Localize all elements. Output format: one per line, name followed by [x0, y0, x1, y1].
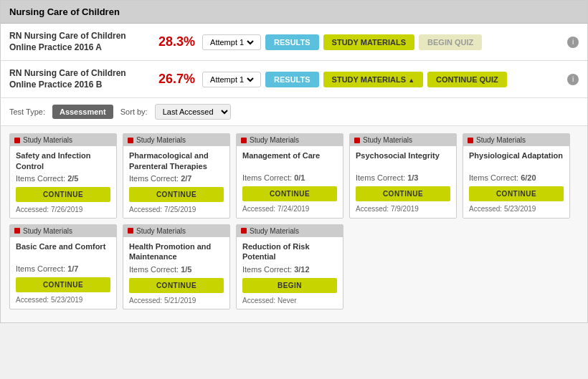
card-accessed: Accessed: 5/23/2019: [469, 205, 564, 213]
quiz-a-meta: 28.3% Attempt 1 RESULTS STUDY MATERIALS …: [158, 34, 561, 50]
quiz-b-results-button[interactable]: RESULTS: [265, 72, 319, 87]
study-card: Study Materials Pharmacological and Pare…: [123, 133, 230, 219]
card-action-button[interactable]: CONTINUE: [129, 278, 224, 293]
card-header-label: Study Materials: [250, 136, 299, 144]
cards-row-1: Study Materials Safety and Infection Con…: [9, 133, 579, 219]
card-action-button[interactable]: BEGIN: [242, 278, 337, 293]
quiz-a-action-button[interactable]: BEGIN QUIZ: [419, 34, 482, 50]
card-items: Items Correct: 2/7: [129, 174, 224, 183]
card-accessed: Accessed: 7/26/2019: [16, 206, 110, 214]
card-header: Study Materials: [10, 225, 116, 237]
card-header-dot: [354, 138, 360, 143]
card-title: Pharmacological and Parenteral Therapies: [129, 150, 224, 171]
quiz-b-meta: 26.7% Attempt 1 RESULTS STUDY MATERIALS …: [158, 72, 561, 87]
card-header-label: Study Materials: [23, 136, 72, 144]
quiz-b-row: RN Nursing Care of Children Online Pract…: [1, 61, 587, 98]
card-body: Basic Care and Comfort Items Correct: 1/…: [10, 237, 116, 308]
card-header-dot: [14, 228, 20, 234]
card-header-dot: [128, 138, 133, 143]
card-items-value: 1/5: [181, 265, 191, 274]
card-header-dot: [128, 228, 133, 234]
card-body: Pharmacological and Parenteral Therapies…: [123, 146, 229, 218]
sort-dropdown[interactable]: Last Accessed Title: [155, 104, 231, 120]
card-title: Basic Care and Comfort: [16, 241, 110, 262]
card-items-value: 2/5: [67, 174, 78, 183]
test-type-value: Assessment: [52, 105, 113, 119]
quiz-b-action-button[interactable]: CONTINUE QUIZ: [427, 72, 507, 87]
card-items: Items Correct: 1/5: [129, 265, 224, 274]
card-items-value: 0/1: [294, 173, 305, 182]
card-header-label: Study Materials: [476, 136, 526, 144]
card-action-button[interactable]: CONTINUE: [16, 277, 110, 292]
card-title: Safety and Infection Control: [16, 150, 110, 171]
card-title: Physiological Adaptation: [469, 150, 564, 171]
card-items-value: 2/7: [181, 174, 191, 183]
card-action-button[interactable]: CONTINUE: [16, 187, 110, 202]
card-header: Study Materials: [123, 134, 229, 146]
card-title: Psychosocial Integrity: [356, 150, 450, 171]
card-action-button[interactable]: CONTINUE: [469, 186, 564, 201]
filter-bar: Test Type: Assessment Sort by: Last Acce…: [1, 98, 587, 126]
section-header: Nursing Care of Children: [1, 1, 587, 24]
cards-section: Study Materials Safety and Infection Con…: [1, 126, 587, 322]
quiz-b-attempt-dropdown[interactable]: Attempt 1: [207, 75, 256, 85]
card-header: Study Materials: [237, 225, 343, 237]
card-header-dot: [14, 138, 20, 143]
card-title: Reduction of Risk Potential: [242, 241, 337, 262]
quiz-b-info-icon[interactable]: i: [567, 74, 579, 85]
card-title: Management of Care: [242, 150, 337, 171]
card-items: Items Correct: 2/5: [16, 174, 110, 183]
study-card: Study Materials Psychosocial Integrity I…: [349, 133, 457, 219]
card-accessed: Accessed: Never: [242, 297, 337, 304]
card-header: Study Materials: [123, 225, 229, 237]
quiz-b-attempt-select[interactable]: Attempt 1: [202, 72, 261, 87]
quiz-a-percent: 28.3%: [158, 34, 195, 49]
card-items: Items Correct: 6/20: [469, 173, 564, 182]
card-body: Reduction of Risk Potential Items Correc…: [237, 237, 343, 309]
card-header-dot: [241, 228, 247, 234]
card-header-label: Study Materials: [250, 227, 299, 235]
card-items: Items Correct: 1/3: [356, 173, 450, 182]
card-accessed: Accessed: 7/25/2019: [129, 206, 224, 214]
card-action-button[interactable]: CONTINUE: [242, 186, 337, 201]
quiz-a-attempt-dropdown[interactable]: Attempt 1: [207, 37, 256, 47]
cards-row-2: Study Materials Basic Care and Comfort I…: [9, 224, 579, 310]
sort-label: Sort by:: [120, 107, 148, 116]
card-action-button[interactable]: CONTINUE: [356, 186, 450, 201]
card-body: Health Promotion and Maintenance Items C…: [123, 237, 229, 309]
study-card: Study Materials Basic Care and Comfort I…: [9, 224, 117, 310]
card-action-button[interactable]: CONTINUE: [129, 187, 224, 202]
card-accessed: Accessed: 7/24/2019: [242, 205, 337, 213]
quiz-a-row: RN Nursing Care of Children Online Pract…: [1, 24, 587, 61]
card-body: Management of Care Items Correct: 0/1 CO…: [237, 146, 343, 217]
quiz-b-study-button[interactable]: STUDY MATERIALS ▲: [323, 72, 423, 87]
card-header-dot: [241, 138, 247, 143]
card-header: Study Materials: [350, 134, 456, 146]
quiz-b-title: RN Nursing Care of Children Online Pract…: [9, 68, 153, 90]
sort-select-wrap[interactable]: Last Accessed Title: [155, 104, 231, 120]
card-title: Health Promotion and Maintenance: [129, 241, 224, 262]
card-items: Items Correct: 0/1: [242, 173, 337, 182]
quiz-a-info-icon[interactable]: i: [567, 37, 579, 48]
study-card: Study Materials Health Promotion and Mai…: [123, 224, 230, 310]
study-card: Study Materials Safety and Infection Con…: [9, 133, 117, 219]
card-header: Study Materials: [463, 134, 569, 146]
section-title: Nursing Care of Children: [9, 6, 120, 17]
card-accessed: Accessed: 5/23/2019: [16, 296, 110, 304]
card-accessed: Accessed: 7/9/2019: [356, 205, 450, 213]
quiz-a-attempt-select[interactable]: Attempt 1: [202, 34, 261, 50]
quiz-a-study-button[interactable]: STUDY MATERIALS: [323, 34, 415, 50]
card-items: Items Correct: 1/7: [16, 264, 110, 273]
study-card: Study Materials Management of Care Items…: [236, 133, 343, 219]
quiz-b-percent: 26.7%: [158, 72, 195, 87]
quiz-a-results-button[interactable]: RESULTS: [265, 34, 319, 50]
card-body: Psychosocial Integrity Items Correct: 1/…: [350, 146, 456, 217]
card-header-label: Study Materials: [23, 227, 72, 235]
card-accessed: Accessed: 5/21/2019: [129, 297, 224, 304]
card-header-label: Study Materials: [136, 227, 186, 235]
quiz-a-title: RN Nursing Care of Children Online Pract…: [9, 31, 153, 53]
card-items-value: 3/12: [294, 265, 309, 274]
card-items-value: 1/3: [407, 173, 418, 182]
card-body: Safety and Infection Control Items Corre…: [10, 146, 116, 218]
card-body: Physiological Adaptation Items Correct: …: [463, 146, 569, 217]
